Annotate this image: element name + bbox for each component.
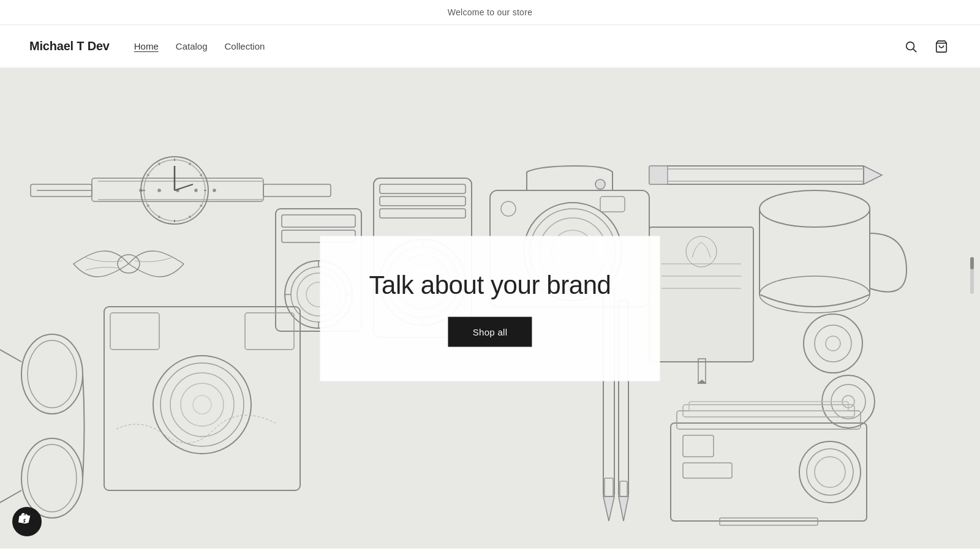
search-icon [904,40,918,53]
svg-rect-71 [649,227,753,362]
svg-point-78 [804,314,862,373]
svg-point-96 [181,383,224,426]
svg-line-1 [913,49,916,52]
brand-name: Michael T Dev [29,39,110,53]
svg-point-110 [815,457,845,487]
svg-rect-5 [263,184,331,197]
svg-marker-103 [619,497,628,521]
svg-point-12 [195,189,197,192]
svg-rect-91 [110,313,159,350]
svg-point-13 [213,189,216,192]
svg-marker-77 [698,380,706,383]
scroll-indicator[interactable] [970,257,974,294]
nav-item-catalog[interactable]: Catalog [176,41,208,51]
svg-point-85 [28,340,77,408]
svg-point-79 [815,325,851,362]
svg-rect-44 [380,197,466,206]
hero-title: Talk about your brand [369,270,611,299]
svg-point-80 [826,336,840,351]
nav-item-collection[interactable]: Collection [225,41,265,51]
header-icons [902,37,951,56]
svg-rect-112 [683,463,732,478]
svg-rect-107 [689,402,848,411]
cart-button[interactable] [932,37,951,56]
nav-item-home[interactable]: Home [134,41,159,51]
svg-rect-45 [380,209,466,218]
svg-rect-43 [380,184,466,193]
svg-point-62 [595,179,605,189]
shop-all-button[interactable]: Shop all [448,317,532,347]
svg-line-88 [0,350,21,362]
search-button[interactable] [902,37,920,56]
scroll-thumb [970,257,974,269]
hero-section: Talk about your brand Shop all [0,68,980,549]
svg-line-29 [175,184,193,190]
svg-rect-105 [677,411,861,429]
shopify-icon [18,513,36,530]
svg-marker-100 [603,497,614,521]
svg-marker-64 [864,166,882,184]
cart-icon [935,40,948,53]
svg-point-69 [760,190,870,227]
main-nav: Home Catalog Collection [134,41,902,51]
svg-point-86 [21,438,83,518]
announcement-bar: Welcome to our store [0,0,980,25]
svg-point-95 [170,373,234,437]
svg-point-84 [21,334,83,414]
svg-rect-104 [671,423,867,521]
svg-rect-90 [104,307,300,490]
svg-point-0 [907,42,914,50]
svg-rect-32 [282,215,355,227]
svg-point-94 [160,363,244,446]
announcement-text: Welcome to our store [448,7,532,17]
site-header: Michael T Dev Home Catalog Collection [0,25,980,68]
svg-rect-66 [649,166,668,184]
shopify-badge[interactable] [12,507,42,536]
svg-point-97 [193,395,211,414]
svg-rect-111 [683,435,714,457]
svg-rect-60 [600,197,625,212]
svg-point-109 [807,449,853,495]
svg-point-108 [799,441,861,503]
svg-point-87 [28,444,77,512]
svg-line-89 [0,490,21,503]
svg-rect-102 [620,481,627,497]
svg-rect-99 [605,478,613,497]
svg-point-61 [501,201,516,216]
svg-point-10 [158,189,160,192]
hero-card: Talk about your brand Shop all [320,236,660,381]
